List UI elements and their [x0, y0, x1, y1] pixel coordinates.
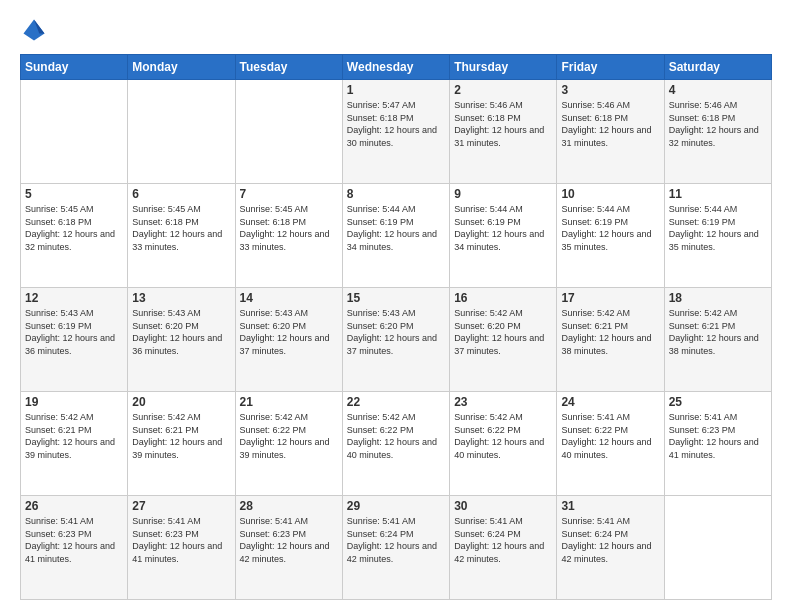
week-row-4: 19Sunrise: 5:42 AM Sunset: 6:21 PM Dayli… [21, 392, 772, 496]
calendar-cell: 10Sunrise: 5:44 AM Sunset: 6:19 PM Dayli… [557, 184, 664, 288]
day-info: Sunrise: 5:45 AM Sunset: 6:18 PM Dayligh… [25, 203, 123, 253]
logo [20, 16, 52, 44]
day-number: 9 [454, 187, 552, 201]
day-info: Sunrise: 5:42 AM Sunset: 6:20 PM Dayligh… [454, 307, 552, 357]
day-number: 23 [454, 395, 552, 409]
day-number: 3 [561, 83, 659, 97]
day-number: 14 [240, 291, 338, 305]
calendar-cell [128, 80, 235, 184]
calendar-cell: 22Sunrise: 5:42 AM Sunset: 6:22 PM Dayli… [342, 392, 449, 496]
calendar-cell: 25Sunrise: 5:41 AM Sunset: 6:23 PM Dayli… [664, 392, 771, 496]
calendar-cell: 1Sunrise: 5:47 AM Sunset: 6:18 PM Daylig… [342, 80, 449, 184]
calendar-cell: 16Sunrise: 5:42 AM Sunset: 6:20 PM Dayli… [450, 288, 557, 392]
calendar-cell: 17Sunrise: 5:42 AM Sunset: 6:21 PM Dayli… [557, 288, 664, 392]
day-number: 22 [347, 395, 445, 409]
calendar-cell: 19Sunrise: 5:42 AM Sunset: 6:21 PM Dayli… [21, 392, 128, 496]
day-number: 30 [454, 499, 552, 513]
calendar-cell: 21Sunrise: 5:42 AM Sunset: 6:22 PM Dayli… [235, 392, 342, 496]
day-number: 7 [240, 187, 338, 201]
day-number: 21 [240, 395, 338, 409]
day-number: 4 [669, 83, 767, 97]
calendar-cell: 23Sunrise: 5:42 AM Sunset: 6:22 PM Dayli… [450, 392, 557, 496]
calendar-cell: 7Sunrise: 5:45 AM Sunset: 6:18 PM Daylig… [235, 184, 342, 288]
calendar-cell: 12Sunrise: 5:43 AM Sunset: 6:19 PM Dayli… [21, 288, 128, 392]
day-info: Sunrise: 5:41 AM Sunset: 6:24 PM Dayligh… [454, 515, 552, 565]
calendar-cell: 3Sunrise: 5:46 AM Sunset: 6:18 PM Daylig… [557, 80, 664, 184]
calendar-table: SundayMondayTuesdayWednesdayThursdayFrid… [20, 54, 772, 600]
calendar-cell [235, 80, 342, 184]
day-info: Sunrise: 5:42 AM Sunset: 6:21 PM Dayligh… [669, 307, 767, 357]
day-number: 12 [25, 291, 123, 305]
day-info: Sunrise: 5:42 AM Sunset: 6:21 PM Dayligh… [561, 307, 659, 357]
calendar-cell: 30Sunrise: 5:41 AM Sunset: 6:24 PM Dayli… [450, 496, 557, 600]
day-info: Sunrise: 5:41 AM Sunset: 6:23 PM Dayligh… [132, 515, 230, 565]
calendar-cell: 9Sunrise: 5:44 AM Sunset: 6:19 PM Daylig… [450, 184, 557, 288]
calendar-cell: 2Sunrise: 5:46 AM Sunset: 6:18 PM Daylig… [450, 80, 557, 184]
day-info: Sunrise: 5:46 AM Sunset: 6:18 PM Dayligh… [669, 99, 767, 149]
calendar-cell: 14Sunrise: 5:43 AM Sunset: 6:20 PM Dayli… [235, 288, 342, 392]
col-header-thursday: Thursday [450, 55, 557, 80]
day-info: Sunrise: 5:44 AM Sunset: 6:19 PM Dayligh… [561, 203, 659, 253]
day-number: 10 [561, 187, 659, 201]
day-info: Sunrise: 5:41 AM Sunset: 6:23 PM Dayligh… [240, 515, 338, 565]
logo-icon [20, 16, 48, 44]
week-row-1: 1Sunrise: 5:47 AM Sunset: 6:18 PM Daylig… [21, 80, 772, 184]
day-info: Sunrise: 5:41 AM Sunset: 6:22 PM Dayligh… [561, 411, 659, 461]
day-info: Sunrise: 5:43 AM Sunset: 6:20 PM Dayligh… [132, 307, 230, 357]
week-row-2: 5Sunrise: 5:45 AM Sunset: 6:18 PM Daylig… [21, 184, 772, 288]
col-header-friday: Friday [557, 55, 664, 80]
day-info: Sunrise: 5:47 AM Sunset: 6:18 PM Dayligh… [347, 99, 445, 149]
day-number: 20 [132, 395, 230, 409]
day-number: 18 [669, 291, 767, 305]
day-number: 17 [561, 291, 659, 305]
calendar-cell: 4Sunrise: 5:46 AM Sunset: 6:18 PM Daylig… [664, 80, 771, 184]
calendar-cell: 29Sunrise: 5:41 AM Sunset: 6:24 PM Dayli… [342, 496, 449, 600]
day-info: Sunrise: 5:45 AM Sunset: 6:18 PM Dayligh… [240, 203, 338, 253]
calendar-cell: 11Sunrise: 5:44 AM Sunset: 6:19 PM Dayli… [664, 184, 771, 288]
calendar-cell: 13Sunrise: 5:43 AM Sunset: 6:20 PM Dayli… [128, 288, 235, 392]
calendar-cell: 8Sunrise: 5:44 AM Sunset: 6:19 PM Daylig… [342, 184, 449, 288]
calendar-cell: 24Sunrise: 5:41 AM Sunset: 6:22 PM Dayli… [557, 392, 664, 496]
day-number: 24 [561, 395, 659, 409]
col-header-saturday: Saturday [664, 55, 771, 80]
day-number: 11 [669, 187, 767, 201]
col-header-wednesday: Wednesday [342, 55, 449, 80]
calendar-cell: 26Sunrise: 5:41 AM Sunset: 6:23 PM Dayli… [21, 496, 128, 600]
day-number: 13 [132, 291, 230, 305]
day-number: 19 [25, 395, 123, 409]
day-info: Sunrise: 5:44 AM Sunset: 6:19 PM Dayligh… [454, 203, 552, 253]
day-number: 27 [132, 499, 230, 513]
day-number: 2 [454, 83, 552, 97]
calendar-cell [664, 496, 771, 600]
day-info: Sunrise: 5:43 AM Sunset: 6:20 PM Dayligh… [240, 307, 338, 357]
day-info: Sunrise: 5:45 AM Sunset: 6:18 PM Dayligh… [132, 203, 230, 253]
day-number: 31 [561, 499, 659, 513]
day-info: Sunrise: 5:42 AM Sunset: 6:22 PM Dayligh… [240, 411, 338, 461]
calendar-cell: 20Sunrise: 5:42 AM Sunset: 6:21 PM Dayli… [128, 392, 235, 496]
day-number: 1 [347, 83, 445, 97]
week-row-3: 12Sunrise: 5:43 AM Sunset: 6:19 PM Dayli… [21, 288, 772, 392]
calendar-cell: 5Sunrise: 5:45 AM Sunset: 6:18 PM Daylig… [21, 184, 128, 288]
day-info: Sunrise: 5:44 AM Sunset: 6:19 PM Dayligh… [669, 203, 767, 253]
day-number: 5 [25, 187, 123, 201]
calendar-cell: 15Sunrise: 5:43 AM Sunset: 6:20 PM Dayli… [342, 288, 449, 392]
col-header-monday: Monday [128, 55, 235, 80]
calendar-cell: 6Sunrise: 5:45 AM Sunset: 6:18 PM Daylig… [128, 184, 235, 288]
day-number: 29 [347, 499, 445, 513]
day-info: Sunrise: 5:44 AM Sunset: 6:19 PM Dayligh… [347, 203, 445, 253]
day-number: 8 [347, 187, 445, 201]
day-info: Sunrise: 5:41 AM Sunset: 6:24 PM Dayligh… [561, 515, 659, 565]
day-info: Sunrise: 5:46 AM Sunset: 6:18 PM Dayligh… [561, 99, 659, 149]
day-info: Sunrise: 5:46 AM Sunset: 6:18 PM Dayligh… [454, 99, 552, 149]
calendar-cell: 31Sunrise: 5:41 AM Sunset: 6:24 PM Dayli… [557, 496, 664, 600]
day-info: Sunrise: 5:42 AM Sunset: 6:22 PM Dayligh… [347, 411, 445, 461]
week-row-5: 26Sunrise: 5:41 AM Sunset: 6:23 PM Dayli… [21, 496, 772, 600]
day-info: Sunrise: 5:41 AM Sunset: 6:23 PM Dayligh… [25, 515, 123, 565]
day-number: 15 [347, 291, 445, 305]
day-info: Sunrise: 5:43 AM Sunset: 6:20 PM Dayligh… [347, 307, 445, 357]
day-info: Sunrise: 5:42 AM Sunset: 6:22 PM Dayligh… [454, 411, 552, 461]
header [20, 16, 772, 44]
col-header-tuesday: Tuesday [235, 55, 342, 80]
day-number: 25 [669, 395, 767, 409]
calendar-cell: 18Sunrise: 5:42 AM Sunset: 6:21 PM Dayli… [664, 288, 771, 392]
